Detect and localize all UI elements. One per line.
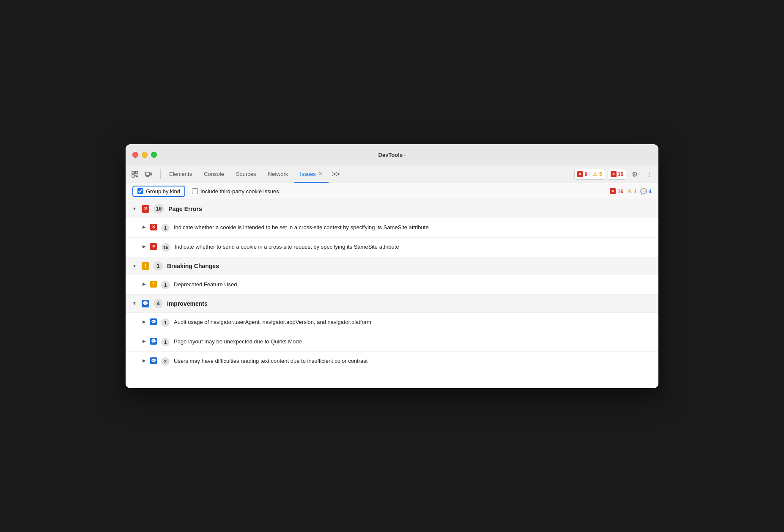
tabs: Elements Console Sources Network Issues … <box>163 166 574 183</box>
filter-divider <box>286 186 286 196</box>
tab-icons <box>129 168 154 180</box>
group-error-title: Page Errors <box>168 206 202 212</box>
group-header-improvements[interactable]: ▼ 💬 4 Improvements <box>126 295 658 313</box>
inspector-icon[interactable] <box>129 168 141 180</box>
issue-text-4: Audit usage of navigator.userAgent, navi… <box>174 318 371 326</box>
block-badge-group[interactable]: ✕ 16 <box>608 169 626 180</box>
issue-row-4[interactable]: ▶ 💬 1 Audit usage of navigator.userAgent… <box>126 313 658 332</box>
issue-chevron-5: ▶ <box>143 339 146 343</box>
third-party-toggle[interactable]: Include third-party cookie issues <box>192 188 279 195</box>
group-by-kind-checkbox[interactable] <box>137 188 143 194</box>
issue-count-2: 15 <box>161 243 170 252</box>
filter-warning-badge[interactable]: ⚠ 1 <box>627 188 637 195</box>
group-error-count: 16 <box>154 204 164 214</box>
svg-rect-3 <box>145 172 150 176</box>
settings-button[interactable]: ⚙ <box>629 168 641 180</box>
bottom-padding <box>126 371 658 388</box>
group-by-kind-toggle[interactable]: Group by kind <box>132 186 185 197</box>
issue-count-4: 1 <box>161 318 170 327</box>
warning-icon: ⚠ <box>592 171 598 177</box>
tab-sources[interactable]: Sources <box>230 166 262 183</box>
tab-bar: Elements Console Sources Network Issues … <box>126 166 658 183</box>
title-bar: DevTools · <box>126 144 658 166</box>
issue-row-6[interactable]: ▶ 💬 2 Users may have difficulties readin… <box>126 352 658 371</box>
third-party-label: Include third-party cookie issues <box>200 188 279 195</box>
filter-info-badge[interactable]: 💬 4 <box>640 188 652 195</box>
issue-error-icon-1: ✕ <box>150 224 157 230</box>
issue-row-3[interactable]: ▶ ! 1 Deprecated Feature Used <box>126 275 658 295</box>
chevron-breaking-changes: ▼ <box>132 263 137 268</box>
issue-count-5: 1 <box>161 338 170 346</box>
issue-chevron-4: ▶ <box>143 319 146 324</box>
tab-issues[interactable]: Issues ✕ <box>294 166 329 183</box>
svg-rect-1 <box>132 175 134 177</box>
device-icon[interactable] <box>143 168 154 180</box>
issue-count-6: 2 <box>161 357 170 366</box>
tab-console[interactable]: Console <box>198 166 230 183</box>
block-badge: ✕ 16 <box>611 171 623 177</box>
tab-divider <box>160 169 161 179</box>
issue-text-3: Deprecated Feature Used <box>174 280 237 289</box>
group-warning-count: 1 <box>154 261 163 271</box>
devtools-window: DevTools · <box>126 144 658 388</box>
svg-rect-4 <box>151 173 152 175</box>
warning-badge: ⚠ 5 <box>592 171 602 177</box>
tab-elements[interactable]: Elements <box>163 166 198 183</box>
svg-rect-2 <box>135 171 138 174</box>
block-icon: ✕ <box>611 171 617 177</box>
issue-chevron-3: ▶ <box>143 282 146 286</box>
group-warning-icon: ! <box>142 262 149 270</box>
chevron-page-errors: ▼ <box>132 206 137 211</box>
filter-bar: Group by kind Include third-party cookie… <box>126 183 658 200</box>
issue-text-2: Indicate whether to send a cookie in a c… <box>175 243 399 251</box>
issue-text-6: Users may have difficulties reading text… <box>174 357 367 365</box>
chevron-improvements: ▼ <box>132 301 137 306</box>
issue-count-1: 1 <box>161 224 170 232</box>
tab-bar-right: ✕ 9 | ⚠ 5 ✕ 16 ⚙ ⋮ <box>574 168 655 180</box>
third-party-checkbox[interactable] <box>192 188 198 194</box>
error-badge: ✕ 9 <box>577 171 587 177</box>
tab-network[interactable]: Network <box>262 166 294 183</box>
issue-text-1: Indicate whether a cookie is intended to… <box>174 223 429 232</box>
issue-chevron-2: ▶ <box>143 244 146 249</box>
group-error-icon: ✕ <box>142 205 149 213</box>
issue-row-2[interactable]: ▶ ✕ 15 Indicate whether to send a cookie… <box>126 238 658 257</box>
group-header-breaking-changes[interactable]: ▼ ! 1 Breaking Changes <box>126 257 658 275</box>
issue-error-icon-2: ✕ <box>150 243 157 250</box>
error-badge-group[interactable]: ✕ 9 | ⚠ 5 <box>574 169 605 180</box>
filter-warning-icon: ⚠ <box>627 188 632 195</box>
error-icon: ✕ <box>577 171 583 177</box>
issue-count-3: 1 <box>161 281 170 289</box>
issue-info-icon-6: 💬 <box>150 357 157 364</box>
group-info-icon: 💬 <box>142 300 149 307</box>
issue-info-icon-5: 💬 <box>150 338 157 345</box>
tab-more-button[interactable]: >> <box>329 170 343 178</box>
filter-info-icon: 💬 <box>640 188 647 195</box>
issue-info-icon-4: 💬 <box>150 318 157 325</box>
issue-row-5[interactable]: ▶ 💬 1 Page layout may be unexpected due … <box>126 332 658 352</box>
filter-badges: ✕ 16 ⚠ 1 💬 4 <box>610 188 652 195</box>
group-info-title: Improvements <box>167 300 208 307</box>
group-header-page-errors[interactable]: ▼ ✕ 16 Page Errors <box>126 200 658 218</box>
filter-error-icon: ✕ <box>610 188 616 194</box>
traffic-lights <box>132 152 157 158</box>
tab-close-issues[interactable]: ✕ <box>318 171 323 177</box>
svg-rect-0 <box>132 171 134 174</box>
group-warning-title: Breaking Changes <box>167 263 219 269</box>
issues-list: ▼ ✕ 16 Page Errors ▶ ✕ 1 Indicate whethe… <box>126 200 658 388</box>
filter-error-badge[interactable]: ✕ 16 <box>610 188 623 195</box>
close-button[interactable] <box>132 152 138 158</box>
issue-row-1[interactable]: ▶ ✕ 1 Indicate whether a cookie is inten… <box>126 218 658 238</box>
maximize-button[interactable] <box>151 152 157 158</box>
issue-chevron-6: ▶ <box>143 358 146 363</box>
issue-warning-icon-3: ! <box>150 281 157 288</box>
minimize-button[interactable] <box>142 152 148 158</box>
issue-chevron-1: ▶ <box>143 225 146 229</box>
group-by-kind-label: Group by kind <box>146 188 180 195</box>
issue-text-5: Page layout may be unexpected due to Qui… <box>174 337 302 346</box>
group-info-count: 4 <box>154 299 163 308</box>
window-title: DevTools · <box>378 152 406 158</box>
devtools-content: Elements Console Sources Network Issues … <box>126 166 658 388</box>
more-options-button[interactable]: ⋮ <box>643 168 655 180</box>
